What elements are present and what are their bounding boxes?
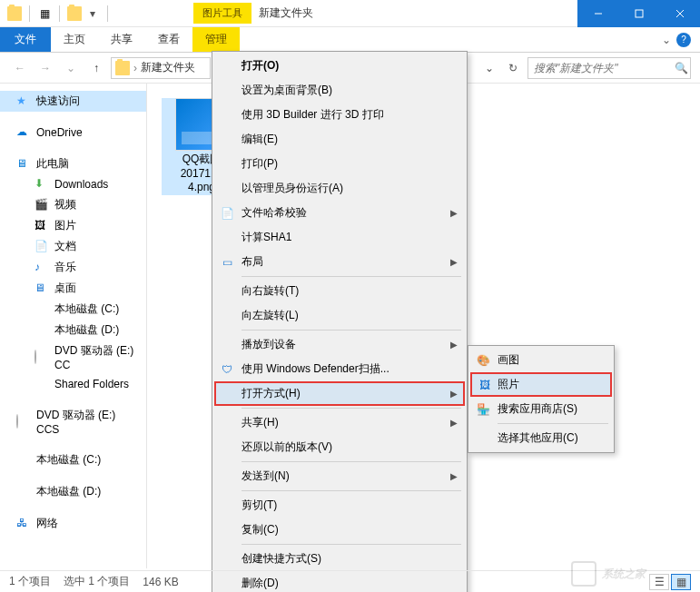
menu-share[interactable]: 共享(H)▶: [214, 410, 465, 435]
sidebar-music[interactable]: ♪ 音乐: [0, 257, 146, 278]
sidebar-label: 音乐: [54, 260, 76, 275]
menu-file-hash[interactable]: 📄文件哈希校验▶: [214, 201, 465, 225]
sidebar-shared-folders[interactable]: Shared Folders: [0, 374, 146, 394]
photos-icon: 🖼: [478, 378, 492, 392]
search-box[interactable]: 🔍: [527, 57, 691, 79]
history-dropdown[interactable]: ⌄: [60, 57, 82, 79]
sidebar-label: 图片: [54, 218, 76, 233]
sidebar-drive-d[interactable]: 本地磁盘 (D:): [0, 320, 146, 340]
menu-rotate-right[interactable]: 向右旋转(T): [214, 279, 465, 303]
store-icon: 🏪: [476, 402, 490, 417]
search-icon[interactable]: 🔍: [675, 62, 688, 74]
submenu-photos[interactable]: 🖼照片: [470, 372, 612, 397]
menu-run-as-admin[interactable]: 以管理员身份运行(A): [214, 176, 465, 201]
breadcrumb-arrow[interactable]: ›: [133, 62, 137, 74]
menu-calc-sha1[interactable]: 计算SHA1: [214, 225, 465, 250]
home-tab[interactable]: 主页: [51, 27, 98, 52]
menu-separator: [498, 423, 608, 424]
statusbar: 1 个项目 选中 1 个项目 146 KB ☰ ▦: [0, 570, 700, 592]
sidebar-pictures[interactable]: 🖼 图片: [0, 215, 146, 236]
download-icon: ⬇: [35, 177, 49, 192]
sidebar-onedrive[interactable]: ☁ OneDrive: [0, 123, 146, 143]
chevron-right-icon: ▶: [450, 340, 458, 350]
submenu-paint[interactable]: 🎨画图: [470, 348, 612, 372]
breadcrumb[interactable]: 新建文件夹: [141, 60, 195, 75]
sidebar-network[interactable]: 🖧 网络: [0, 513, 146, 534]
menu-print[interactable]: 打印(P): [214, 152, 465, 176]
sidebar: ★ 快速访问 ☁ OneDrive 🖥 此电脑 ⬇ Downloads 🎬 视频…: [0, 84, 147, 568]
expand-ribbon-icon[interactable]: ⌄: [662, 34, 671, 46]
sidebar-videos[interactable]: 🎬 视频: [0, 194, 146, 215]
disk-icon: [16, 485, 31, 499]
menu-restore-previous[interactable]: 还原以前的版本(V): [214, 435, 465, 459]
dropdown-icon[interactable]: ▾: [85, 6, 100, 21]
sidebar-drive-d2[interactable]: 本地磁盘 (D:): [0, 481, 146, 502]
properties-icon[interactable]: ▦: [37, 6, 52, 21]
back-button[interactable]: ←: [9, 57, 31, 79]
menu-layout[interactable]: ▭布局▶: [214, 250, 465, 274]
folder-icon: [115, 61, 130, 75]
maximize-button[interactable]: [618, 0, 659, 27]
sidebar-drive-c2[interactable]: 本地磁盘 (C:): [0, 449, 146, 470]
sidebar-quick-access[interactable]: ★ 快速访问: [0, 91, 146, 112]
minimize-button[interactable]: [577, 0, 618, 27]
divider: [29, 5, 30, 22]
menu-separator: [242, 461, 461, 462]
search-input[interactable]: [534, 62, 671, 74]
menu-rotate-left[interactable]: 向左旋转(L): [214, 303, 465, 328]
menu-create-shortcut[interactable]: 创建快捷方式(S): [214, 547, 465, 571]
thumbnails-view-button[interactable]: ▦: [671, 574, 691, 590]
document-icon: 📄: [220, 206, 234, 221]
menu-copy[interactable]: 复制(C): [214, 518, 465, 542]
menu-separator: [242, 544, 461, 545]
sidebar-dvd-e[interactable]: DVD 驱动器 (E:) CC: [0, 340, 146, 374]
sidebar-label: 本地磁盘 (D:): [54, 322, 119, 338]
file-tab[interactable]: 文件: [0, 27, 51, 52]
status-selection: 选中 1 个项目: [64, 574, 130, 589]
menu-set-wallpaper[interactable]: 设置为桌面背景(B): [214, 78, 465, 103]
menu-cast-to-device[interactable]: 播放到设备▶: [214, 332, 465, 357]
sidebar-desktop[interactable]: 🖥 桌面: [0, 278, 146, 299]
menu-cut[interactable]: 剪切(T): [214, 493, 465, 518]
forward-button[interactable]: →: [35, 57, 56, 79]
close-button[interactable]: [659, 0, 700, 27]
address-box[interactable]: › 新建文件夹: [111, 57, 211, 79]
sidebar-label: 本地磁盘 (C:): [54, 301, 119, 317]
menu-open-with[interactable]: 打开方式(H)▶: [214, 381, 465, 406]
window-controls: [577, 0, 700, 27]
window-title: 新建文件夹: [259, 5, 313, 21]
paint-icon: 🎨: [476, 353, 490, 368]
star-icon: ★: [16, 94, 31, 109]
disk-icon: [35, 377, 49, 391]
sidebar-documents[interactable]: 📄 文档: [0, 236, 146, 257]
menu-defender-scan[interactable]: 🛡使用 Windows Defender扫描...: [214, 357, 465, 381]
sidebar-label: DVD 驱动器 (E:) CCS: [36, 408, 139, 436]
folder-icon: [7, 6, 22, 21]
help-icon[interactable]: ?: [676, 33, 691, 47]
new-folder-icon[interactable]: [67, 6, 82, 21]
details-view-button[interactable]: ☰: [649, 574, 669, 590]
submenu-choose-other[interactable]: 选择其他应用(C): [470, 426, 612, 450]
sidebar-label: 网络: [36, 516, 58, 531]
sidebar-downloads[interactable]: ⬇ Downloads: [0, 174, 146, 194]
menu-open[interactable]: 打开(O): [214, 54, 465, 78]
sidebar-dvd-e2[interactable]: DVD 驱动器 (E:) CCS: [0, 405, 146, 439]
shield-icon: 🛡: [220, 362, 234, 377]
divider: [107, 5, 108, 22]
view-tab[interactable]: 查看: [145, 27, 192, 52]
address-dropdown-icon[interactable]: ⌄: [478, 57, 500, 79]
cloud-icon: ☁: [16, 125, 31, 140]
up-button[interactable]: ↑: [85, 57, 107, 79]
pictures-icon: 🖼: [35, 219, 49, 233]
menu-edit[interactable]: 编辑(E): [214, 127, 465, 152]
menu-send-to[interactable]: 发送到(N)▶: [214, 464, 465, 488]
menu-3d-builder[interactable]: 使用 3D Builder 进行 3D 打印: [214, 103, 465, 127]
manage-tab[interactable]: 管理: [192, 27, 240, 52]
sidebar-drive-c[interactable]: 本地磁盘 (C:): [0, 299, 146, 320]
disk-icon: [16, 453, 31, 468]
share-tab[interactable]: 共享: [98, 27, 145, 52]
sidebar-this-pc[interactable]: 🖥 此电脑: [0, 153, 146, 174]
refresh-button[interactable]: ↻: [502, 57, 524, 79]
dvd-icon: [16, 415, 31, 429]
submenu-search-store[interactable]: 🏪搜索应用商店(S): [470, 397, 612, 421]
